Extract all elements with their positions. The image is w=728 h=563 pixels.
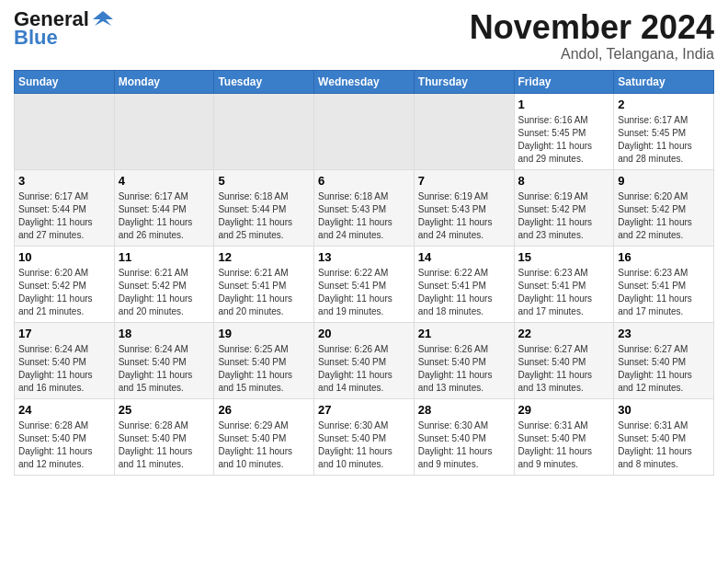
day-info: Sunrise: 6:20 AM Sunset: 5:42 PM Dayligh… <box>18 267 110 318</box>
day-info: Sunrise: 6:18 AM Sunset: 5:43 PM Dayligh… <box>318 190 410 242</box>
day-number: 13 <box>318 250 410 264</box>
day-info: Sunrise: 6:20 AM Sunset: 5:42 PM Dayligh… <box>618 190 710 242</box>
day-info: Sunrise: 6:17 AM Sunset: 5:44 PM Dayligh… <box>119 190 210 242</box>
day-cell: 20Sunrise: 6:26 AM Sunset: 5:40 PM Dayli… <box>314 322 415 398</box>
day-info: Sunrise: 6:31 AM Sunset: 5:40 PM Dayligh… <box>618 419 710 471</box>
logo-blue: Blue <box>14 28 113 48</box>
day-cell: 30Sunrise: 6:31 AM Sunset: 5:40 PM Dayli… <box>614 398 714 475</box>
logo-bird-icon <box>93 9 113 29</box>
logo: General Blue <box>14 9 113 48</box>
day-cell: 22Sunrise: 6:27 AM Sunset: 5:40 PM Dayli… <box>514 322 614 398</box>
logo-content: General Blue <box>14 9 113 48</box>
col-sunday: Sunday <box>15 70 115 93</box>
day-number: 5 <box>218 174 310 188</box>
day-cell: 11Sunrise: 6:21 AM Sunset: 5:42 PM Dayli… <box>114 246 214 322</box>
day-info: Sunrise: 6:22 AM Sunset: 5:41 PM Dayligh… <box>418 267 510 318</box>
day-number: 30 <box>618 403 710 417</box>
day-cell: 12Sunrise: 6:21 AM Sunset: 5:41 PM Dayli… <box>214 246 314 322</box>
day-cell <box>214 93 314 169</box>
day-number: 2 <box>618 98 710 111</box>
day-info: Sunrise: 6:28 AM Sunset: 5:40 PM Dayligh… <box>18 419 110 471</box>
day-info: Sunrise: 6:17 AM Sunset: 5:44 PM Dayligh… <box>18 190 110 242</box>
day-cell: 7Sunrise: 6:19 AM Sunset: 5:43 PM Daylig… <box>414 169 514 246</box>
day-cell: 9Sunrise: 6:20 AM Sunset: 5:42 PM Daylig… <box>614 169 714 246</box>
svg-marker-0 <box>93 11 113 26</box>
day-cell: 13Sunrise: 6:22 AM Sunset: 5:41 PM Dayli… <box>314 246 415 322</box>
day-info: Sunrise: 6:26 AM Sunset: 5:40 PM Dayligh… <box>318 343 410 395</box>
week-row-2: 3Sunrise: 6:17 AM Sunset: 5:44 PM Daylig… <box>15 169 714 246</box>
day-cell: 6Sunrise: 6:18 AM Sunset: 5:43 PM Daylig… <box>314 169 415 246</box>
day-info: Sunrise: 6:23 AM Sunset: 5:41 PM Dayligh… <box>518 267 610 318</box>
day-number: 6 <box>318 174 410 188</box>
day-info: Sunrise: 6:30 AM Sunset: 5:40 PM Dayligh… <box>418 419 510 471</box>
day-number: 3 <box>18 174 110 188</box>
day-cell: 27Sunrise: 6:30 AM Sunset: 5:40 PM Dayli… <box>314 398 415 475</box>
day-number: 10 <box>18 250 110 264</box>
day-info: Sunrise: 6:21 AM Sunset: 5:42 PM Dayligh… <box>119 267 210 318</box>
day-info: Sunrise: 6:19 AM Sunset: 5:42 PM Dayligh… <box>518 190 610 242</box>
day-info: Sunrise: 6:21 AM Sunset: 5:41 PM Dayligh… <box>218 267 310 318</box>
day-number: 21 <box>418 327 510 340</box>
day-info: Sunrise: 6:27 AM Sunset: 5:40 PM Dayligh… <box>618 343 710 395</box>
day-cell: 3Sunrise: 6:17 AM Sunset: 5:44 PM Daylig… <box>15 169 115 246</box>
day-info: Sunrise: 6:26 AM Sunset: 5:40 PM Dayligh… <box>418 343 510 395</box>
day-number: 20 <box>318 327 410 340</box>
header-row: SundayMondayTuesdayWednesdayThursdayFrid… <box>15 70 714 93</box>
day-cell: 15Sunrise: 6:23 AM Sunset: 5:41 PM Dayli… <box>514 246 614 322</box>
day-cell: 21Sunrise: 6:26 AM Sunset: 5:40 PM Dayli… <box>414 322 514 398</box>
day-cell: 28Sunrise: 6:30 AM Sunset: 5:40 PM Dayli… <box>414 398 514 475</box>
day-number: 19 <box>218 327 310 340</box>
calendar-table: SundayMondayTuesdayWednesdayThursdayFrid… <box>14 70 714 476</box>
day-cell: 23Sunrise: 6:27 AM Sunset: 5:40 PM Dayli… <box>614 322 714 398</box>
day-cell: 19Sunrise: 6:25 AM Sunset: 5:40 PM Dayli… <box>214 322 314 398</box>
day-number: 29 <box>518 403 610 417</box>
day-cell: 17Sunrise: 6:24 AM Sunset: 5:40 PM Dayli… <box>15 322 115 398</box>
day-info: Sunrise: 6:25 AM Sunset: 5:40 PM Dayligh… <box>218 343 310 395</box>
day-cell: 4Sunrise: 6:17 AM Sunset: 5:44 PM Daylig… <box>114 169 214 246</box>
day-info: Sunrise: 6:30 AM Sunset: 5:40 PM Dayligh… <box>318 419 410 471</box>
week-row-4: 17Sunrise: 6:24 AM Sunset: 5:40 PM Dayli… <box>15 322 714 398</box>
day-info: Sunrise: 6:17 AM Sunset: 5:45 PM Dayligh… <box>618 114 710 166</box>
day-info: Sunrise: 6:31 AM Sunset: 5:40 PM Dayligh… <box>518 419 610 471</box>
header: General Blue November 2024 Andol, Telang… <box>14 9 714 63</box>
day-number: 24 <box>18 403 110 417</box>
week-row-3: 10Sunrise: 6:20 AM Sunset: 5:42 PM Dayli… <box>15 246 714 322</box>
day-number: 17 <box>18 327 110 340</box>
day-cell: 16Sunrise: 6:23 AM Sunset: 5:41 PM Dayli… <box>614 246 714 322</box>
day-info: Sunrise: 6:24 AM Sunset: 5:40 PM Dayligh… <box>18 343 110 395</box>
day-info: Sunrise: 6:29 AM Sunset: 5:40 PM Dayligh… <box>218 419 310 471</box>
day-info: Sunrise: 6:28 AM Sunset: 5:40 PM Dayligh… <box>119 419 210 471</box>
day-info: Sunrise: 6:18 AM Sunset: 5:44 PM Dayligh… <box>218 190 310 242</box>
title-section: November 2024 Andol, Telangana, India <box>470 9 714 63</box>
day-cell <box>114 93 214 169</box>
day-number: 12 <box>218 250 310 264</box>
day-cell: 2Sunrise: 6:17 AM Sunset: 5:45 PM Daylig… <box>614 93 714 169</box>
day-number: 28 <box>418 403 510 417</box>
day-cell <box>15 93 115 169</box>
main-container: General Blue November 2024 Andol, Telang… <box>0 0 728 485</box>
day-number: 1 <box>518 98 610 111</box>
day-number: 4 <box>119 174 210 188</box>
day-number: 8 <box>518 174 610 188</box>
day-info: Sunrise: 6:22 AM Sunset: 5:41 PM Dayligh… <box>318 267 410 318</box>
day-cell: 26Sunrise: 6:29 AM Sunset: 5:40 PM Dayli… <box>214 398 314 475</box>
day-cell: 29Sunrise: 6:31 AM Sunset: 5:40 PM Dayli… <box>514 398 614 475</box>
col-tuesday: Tuesday <box>214 70 314 93</box>
day-cell: 24Sunrise: 6:28 AM Sunset: 5:40 PM Dayli… <box>15 398 115 475</box>
day-number: 9 <box>618 174 710 188</box>
day-number: 23 <box>618 327 710 340</box>
day-info: Sunrise: 6:16 AM Sunset: 5:45 PM Dayligh… <box>518 114 610 166</box>
month-title: November 2024 <box>470 9 714 46</box>
col-friday: Friday <box>514 70 614 93</box>
day-number: 22 <box>518 327 610 340</box>
day-info: Sunrise: 6:24 AM Sunset: 5:40 PM Dayligh… <box>119 343 210 395</box>
day-cell: 10Sunrise: 6:20 AM Sunset: 5:42 PM Dayli… <box>15 246 115 322</box>
day-number: 18 <box>119 327 210 340</box>
day-number: 25 <box>119 403 210 417</box>
day-info: Sunrise: 6:19 AM Sunset: 5:43 PM Dayligh… <box>418 190 510 242</box>
day-cell: 8Sunrise: 6:19 AM Sunset: 5:42 PM Daylig… <box>514 169 614 246</box>
day-cell: 14Sunrise: 6:22 AM Sunset: 5:41 PM Dayli… <box>414 246 514 322</box>
day-number: 15 <box>518 250 610 264</box>
day-cell: 1Sunrise: 6:16 AM Sunset: 5:45 PM Daylig… <box>514 93 614 169</box>
day-info: Sunrise: 6:23 AM Sunset: 5:41 PM Dayligh… <box>618 267 710 318</box>
